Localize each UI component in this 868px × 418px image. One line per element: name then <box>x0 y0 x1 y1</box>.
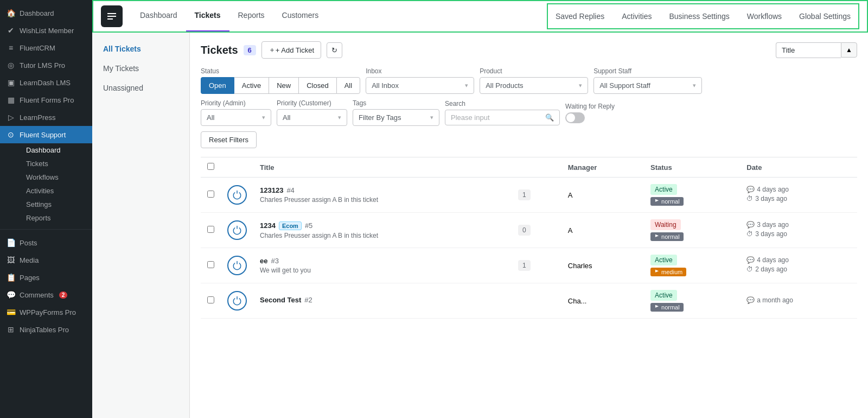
title-sort-dropdown: Title ▲ <box>776 42 857 58</box>
nav-business-settings[interactable]: Business Settings <box>660 8 738 25</box>
sidebar-item-comments[interactable]: 💬 Comments 2 <box>0 286 92 303</box>
title-sort-arrow[interactable]: ▲ <box>841 42 857 58</box>
sidebar-item-posts[interactable]: 📄 Posts <box>0 234 92 251</box>
th-status: Status <box>644 157 740 178</box>
status-btn-all[interactable]: All <box>336 77 360 94</box>
row-checkbox[interactable] <box>207 191 214 198</box>
ticket-reply-count-cell <box>512 283 561 319</box>
ticket-subtitle: We will get to you <box>260 267 505 274</box>
nav-global-settings[interactable]: Global Settings <box>790 8 859 25</box>
sidebar-item-wppayforms[interactable]: 💳 WPPayForms Pro <box>0 303 92 321</box>
tags-filter-group: Tags Filter By Tags ▾ <box>353 99 439 126</box>
support-staff-select[interactable]: All Support Staff ▾ <box>593 77 702 94</box>
ticket-manager-cell: A <box>561 213 644 248</box>
product-filter-group: Product All Products ▾ <box>480 67 588 94</box>
support-staff-label: Support Staff <box>593 67 702 75</box>
plus-icon: ＋ <box>269 45 276 55</box>
learnpress-icon: ▷ <box>7 113 15 122</box>
row-checkbox[interactable] <box>207 226 214 233</box>
tags-label: Tags <box>353 99 439 107</box>
add-ticket-button[interactable]: ＋ + Add Ticket <box>261 41 321 59</box>
sidebar-sub-item-workflows[interactable]: Workflows <box>13 170 92 184</box>
row-checkbox[interactable] <box>207 296 214 303</box>
search-filter-group: Search 🔍 <box>445 100 560 125</box>
ticket-icon <box>227 291 247 311</box>
sidebar-item-ninjatables[interactable]: ⊞ NinjaTables Pro <box>0 321 92 338</box>
flag-icon <box>654 269 660 275</box>
status-btn-closed[interactable]: Closed <box>298 77 336 94</box>
sidebar-item-wishlist[interactable]: ✔ WishList Member <box>0 22 92 39</box>
ticket-sidebar: All Tickets My Tickets Unassigned <box>92 33 190 418</box>
status-badge: Active <box>650 255 677 265</box>
ticket-icon-cell <box>221 248 253 283</box>
status-btn-active[interactable]: Active <box>234 77 269 94</box>
reset-filters-button[interactable]: Reset Filters <box>201 131 257 148</box>
table-row: ee #3 We will get to you 1 Charles Activ… <box>201 248 857 283</box>
sidebar-item-fluent-support[interactable]: ⊙ Fluent Support <box>0 126 92 143</box>
priority-badge: normal <box>650 303 684 312</box>
row-checkbox[interactable] <box>207 261 214 268</box>
title-sort-select[interactable]: Title <box>776 42 841 58</box>
sidebar-item-fluentcrm[interactable]: ≡ FluentCRM <box>0 39 92 56</box>
sidebar-sub-item-tickets[interactable]: Tickets <box>13 157 92 170</box>
nav-reports[interactable]: Reports <box>229 0 273 32</box>
sidebar-sub-item-dashboard[interactable]: Dashboard <box>13 143 92 157</box>
status-btn-new[interactable]: New <box>269 77 298 94</box>
sidebar-item-pages[interactable]: 📋 Pages <box>0 269 92 286</box>
nav-tickets[interactable]: Tickets <box>186 0 229 32</box>
flag-icon <box>654 305 660 310</box>
ticket-title-main: 1234 Ecom #5 <box>260 221 505 230</box>
inbox-select[interactable]: All Inbox ▾ <box>366 77 474 94</box>
sidebar-sub-item-reports[interactable]: Reports <box>13 211 92 225</box>
nav-activities[interactable]: Activities <box>613 8 660 25</box>
ticket-num: #3 <box>271 257 278 265</box>
tickets-title: Tickets <box>201 44 238 56</box>
waiting-reply-label: Waiting for Reply <box>565 103 615 110</box>
tickets-main-area: Tickets 6 ＋ + Add Ticket ↻ Title ▲ <box>190 33 868 418</box>
tickets-table: Title Manager Status Date 123123 <box>201 157 857 319</box>
clock-icon: ⏱ <box>746 230 753 238</box>
status-label: Status <box>201 67 360 75</box>
chat-icon: 💬 <box>746 256 755 264</box>
nav-saved-replies[interactable]: Saved Replies <box>547 8 613 25</box>
date-update: ⏱ 3 days ago <box>746 195 851 202</box>
sidebar-item-learndash[interactable]: ▣ LearnDash LMS <box>0 74 92 91</box>
nav-dashboard[interactable]: Dashboard <box>131 0 186 32</box>
fluent-support-submenu: Dashboard Tickets Workflows Activities S… <box>0 143 92 225</box>
comments-icon: 💬 <box>7 290 15 299</box>
nav-customers[interactable]: Customers <box>273 0 328 32</box>
ticket-title-cell: Second Test #2 <box>253 283 512 319</box>
sidebar-item-tutor[interactable]: ◎ Tutor LMS Pro <box>0 56 92 74</box>
sidebar-item-media[interactable]: 🖼 Media <box>0 251 92 269</box>
waiting-reply-toggle[interactable] <box>565 112 585 123</box>
search-input-wrap: 🔍 <box>445 110 560 125</box>
ticket-manager-cell: Charles <box>561 248 644 283</box>
tags-select[interactable]: Filter By Tags ▾ <box>353 109 439 126</box>
ticket-manager: A <box>568 191 573 199</box>
pages-icon: 📋 <box>7 273 15 282</box>
sidebar-sub-item-settings[interactable]: Settings <box>13 198 92 211</box>
sidebar-item-dashboard[interactable]: 🏠 Dashboard <box>0 4 92 22</box>
sidebar-unassigned[interactable]: Unassigned <box>92 78 189 98</box>
select-all-checkbox[interactable] <box>207 163 214 170</box>
priority-admin-select[interactable]: All ▾ <box>201 109 271 126</box>
ticket-status-cell: Active medium <box>644 248 740 283</box>
search-input[interactable] <box>451 113 542 122</box>
ticket-manager-cell: Cha... <box>561 283 644 319</box>
wishlist-icon: ✔ <box>7 26 15 35</box>
filter-row-1: Status Open Active New Closed All Inbox … <box>201 67 857 94</box>
product-select[interactable]: All Products ▾ <box>480 77 588 94</box>
fluentcrm-icon: ≡ <box>7 43 15 52</box>
ticket-title-text: 1234 <box>260 221 276 230</box>
sidebar-item-fluent-forms[interactable]: ▦ Fluent Forms Pro <box>0 91 92 109</box>
sidebar-my-tickets[interactable]: My Tickets <box>92 59 189 78</box>
app-logo <box>101 5 123 27</box>
sidebar-sub-item-activities[interactable]: Activities <box>13 184 92 198</box>
refresh-button[interactable]: ↻ <box>327 42 342 58</box>
ticket-date-cell: 💬 4 days ago ⏱ 3 days ago <box>740 178 857 213</box>
sidebar-all-tickets[interactable]: All Tickets <box>92 39 189 59</box>
sidebar-item-learnpress[interactable]: ▷ LearnPress <box>0 109 92 126</box>
status-btn-open[interactable]: Open <box>201 77 234 94</box>
nav-workflows[interactable]: Workflows <box>738 8 790 25</box>
priority-customer-select[interactable]: All ▾ <box>277 109 347 126</box>
